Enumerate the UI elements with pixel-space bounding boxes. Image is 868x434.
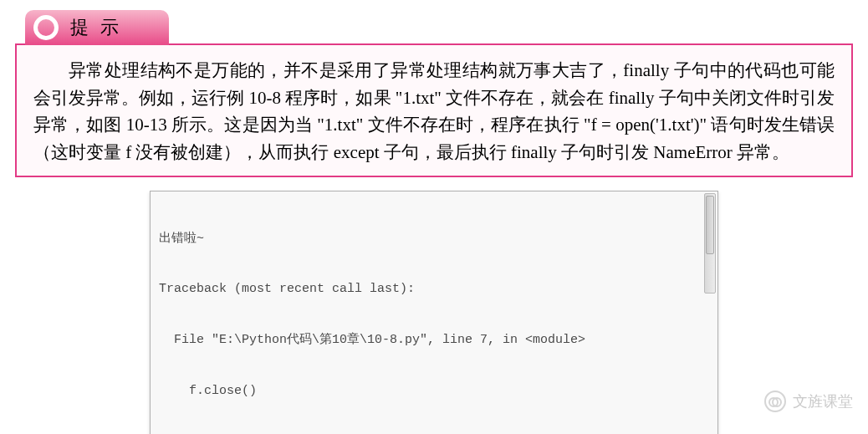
output-line: Traceback (most recent call last): xyxy=(159,281,709,298)
callout-tab-label: 提示 xyxy=(70,15,130,40)
output-line: 出错啦~ xyxy=(159,231,709,248)
callout-box: 异常处理结构不是万能的，并不是采用了异常处理结构就万事大吉了，finally 子… xyxy=(15,43,853,177)
code-output-panel: 出错啦~ Traceback (most recent call last): … xyxy=(150,191,718,434)
ring-icon xyxy=(33,15,59,40)
watermark: 文旌课堂 xyxy=(764,391,853,412)
scrollbar-thumb[interactable] xyxy=(706,196,714,254)
code-output-body: 出错啦~ Traceback (most recent call last): … xyxy=(151,191,717,434)
wechat-icon xyxy=(764,391,786,412)
output-line: f.close() xyxy=(159,383,709,400)
callout-body-text: 异常处理结构不是万能的，并不是采用了异常处理结构就万事大吉了，finally 子… xyxy=(33,57,835,166)
watermark-text: 文旌课堂 xyxy=(793,391,853,411)
callout-tab: 提示 xyxy=(25,10,169,45)
scrollbar[interactable] xyxy=(704,193,716,294)
output-line: File "E:\Python代码\第10章\10-8.py", line 7,… xyxy=(159,332,709,349)
